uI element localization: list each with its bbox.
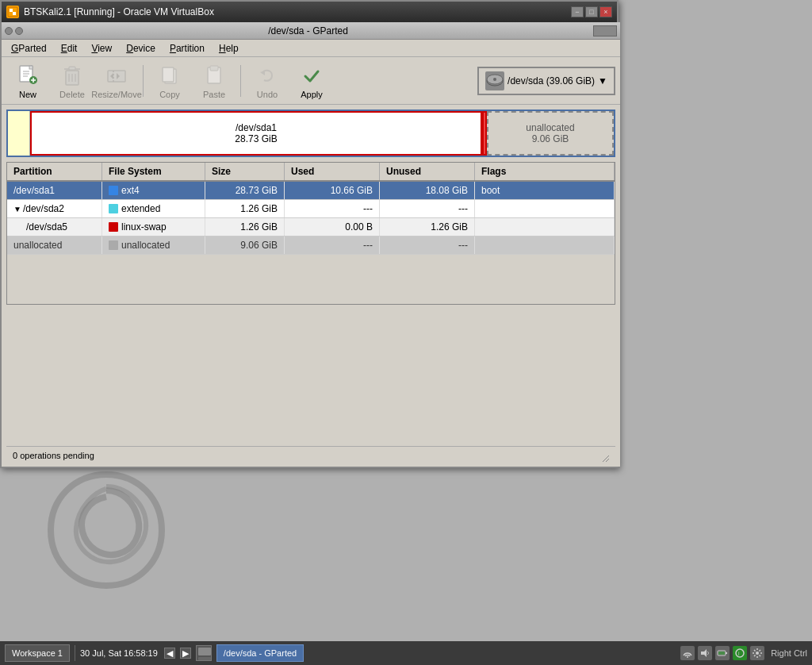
paste-button[interactable]: Paste <box>193 60 236 102</box>
table-row[interactable]: unallocated unallocated 9.06 GiB --- --- <box>7 236 615 255</box>
taskbar-right: i Right Ctrl <box>680 646 807 660</box>
vm-minimize-button[interactable]: − <box>571 6 584 17</box>
taskbar: Workspace 1 30 Jul, Sat 16:58:19 ◀ ▶ /de… <box>0 641 812 665</box>
svg-marker-35 <box>701 649 707 657</box>
gparted-titlebar-left <box>5 27 23 35</box>
new-button[interactable]: New <box>6 60 49 102</box>
toolbar-sep-2 <box>240 65 241 97</box>
cell-unused: 18.08 GiB <box>380 182 475 199</box>
cell-used: --- <box>285 200 380 217</box>
taskbar-next-button[interactable]: ▶ <box>180 648 191 659</box>
table-row[interactable]: /dev/sda1 ext4 28.73 GiB 10.66 GiB 18.08… <box>7 182 615 200</box>
vm-icon <box>6 6 19 18</box>
undo-label: Undo <box>257 90 278 99</box>
vm-title-left: BTSKali2.1 [Running] - Oracle VM Virtual… <box>6 6 214 18</box>
taskbar-app-icon[interactable] <box>196 645 212 661</box>
tray-battery-icon[interactable] <box>715 646 730 660</box>
disk-icon <box>485 71 504 90</box>
cell-size: 1.26 GiB <box>205 218 285 236</box>
cell-unused: --- <box>380 236 475 254</box>
svg-point-34 <box>687 656 688 658</box>
menu-device[interactable]: Device <box>120 41 162 56</box>
fs-color-dot <box>109 204 118 213</box>
cell-fs: linux-swap <box>102 218 205 236</box>
col-size: Size <box>205 163 285 180</box>
table-row[interactable]: /dev/sda5 linux-swap 1.26 GiB 0.00 B 1.2… <box>7 218 615 236</box>
copy-button[interactable]: Copy <box>148 60 191 102</box>
undo-button[interactable]: Undo <box>246 60 289 102</box>
col-partition: Partition <box>7 163 102 180</box>
pd-sda1[interactable]: /dev/sda1 28.73 GiB <box>30 111 482 156</box>
cell-used: 0.00 B <box>285 218 380 236</box>
partition-diagram: /dev/sda1 28.73 GiB unallocated 9.06 GiB <box>6 110 615 157</box>
pd-unalloc-label: unallocated <box>526 122 574 133</box>
svg-point-41 <box>756 652 759 655</box>
taskbar-prev-button[interactable]: ◀ <box>164 648 175 659</box>
disk-selector[interactable]: /dev/sda (39.06 GiB) ▼ <box>477 67 615 95</box>
vm-maximize-button[interactable]: □ <box>585 6 598 17</box>
menu-help[interactable]: Help <box>213 41 245 56</box>
cell-fs: ext4 <box>102 182 205 199</box>
delete-icon <box>59 63 85 88</box>
table-row[interactable]: ▼ /dev/sda2 extended 1.26 GiB --- --- <box>7 200 615 218</box>
paste-icon <box>201 63 227 88</box>
statusbar-text: 0 operations pending <box>13 451 94 460</box>
workspace-button[interactable]: Workspace 1 <box>5 644 70 662</box>
tray-settings-icon[interactable] <box>750 646 764 660</box>
resize-button[interactable]: Resize/Move <box>95 60 138 102</box>
col-used: Used <box>285 163 380 180</box>
svg-rect-1 <box>10 9 13 12</box>
svg-rect-25 <box>210 66 218 71</box>
menu-partition[interactable]: Partition <box>163 41 211 56</box>
cell-flags <box>475 200 615 217</box>
cell-size: 28.73 GiB <box>205 182 285 199</box>
svg-rect-14 <box>69 67 75 70</box>
cell-used: --- <box>285 236 380 254</box>
apply-label: Apply <box>301 90 323 99</box>
svg-line-30 <box>603 456 609 462</box>
statusbar: 0 operations pending <box>6 446 615 463</box>
pd-unalloc-size: 9.06 GiB <box>532 133 569 144</box>
pd-unallocated[interactable]: unallocated 9.06 GiB <box>487 111 614 156</box>
gparted-titlebar: /dev/sda - GParted <box>2 22 620 40</box>
table-header: Partition File System Size Used Unused F… <box>7 163 615 182</box>
empty-area <box>2 305 620 446</box>
svg-rect-38 <box>718 652 725 655</box>
menu-gparted[interactable]: GParted <box>5 41 53 56</box>
active-window-button[interactable]: /dev/sda - GParted <box>216 644 304 662</box>
cell-size: 9.06 GiB <box>205 236 285 254</box>
delete-label: Delete <box>59 90 85 99</box>
tray-special-icon[interactable]: i <box>733 646 747 660</box>
gparted-controls-block <box>593 25 617 37</box>
vm-controls[interactable]: − □ × <box>571 6 612 17</box>
partition-table: Partition File System Size Used Unused F… <box>6 162 615 305</box>
delete-button[interactable]: Delete <box>51 60 94 102</box>
taskbar-sep-1 <box>75 645 75 661</box>
cell-partition: ▼ /dev/sda2 <box>7 200 102 217</box>
tray-network-icon[interactable] <box>680 646 695 660</box>
menu-view[interactable]: View <box>85 41 118 56</box>
dot-1 <box>5 27 13 35</box>
new-icon <box>15 63 40 88</box>
cell-unused: 1.26 GiB <box>380 218 475 236</box>
tray-volume-icon[interactable] <box>698 646 712 660</box>
toolbar: New Delete <box>2 57 620 105</box>
vm-close-button[interactable]: × <box>599 6 612 17</box>
gparted-controls <box>593 25 617 37</box>
apply-icon <box>299 63 324 88</box>
menu-edit[interactable]: Edit <box>55 41 84 56</box>
paste-label: Paste <box>203 90 225 99</box>
disk-dropdown-button[interactable]: /dev/sda (39.06 GiB) ▼ <box>477 67 615 95</box>
svg-rect-23 <box>163 67 174 82</box>
apply-button[interactable]: Apply <box>290 60 333 102</box>
debian-logo <box>27 459 186 617</box>
vm-title: BTSKali2.1 [Running] - Oracle VM Virtual… <box>24 6 214 17</box>
cell-unused: --- <box>380 200 475 217</box>
cell-used: 10.66 GiB <box>285 182 380 199</box>
gparted-window: /dev/sda - GParted GParted Edit View Dev… <box>2 22 620 467</box>
disk-dropdown-arrow: ▼ <box>598 75 607 86</box>
cell-size: 1.26 GiB <box>205 200 285 217</box>
copy-icon <box>157 63 182 88</box>
right-ctrl-label: Right Ctrl <box>771 648 807 658</box>
resize-handle[interactable] <box>596 449 609 462</box>
